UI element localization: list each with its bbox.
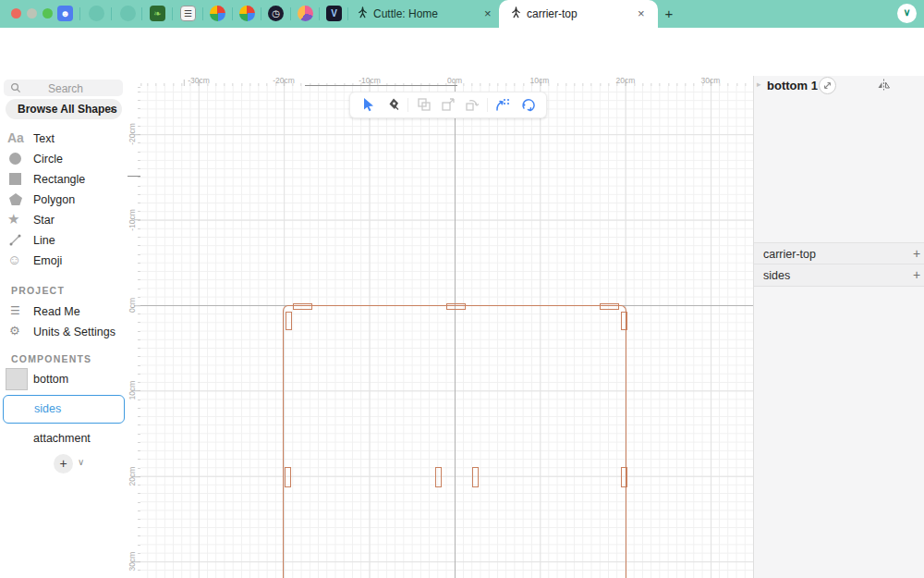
tab-carrier-top[interactable]: carrier-top × xyxy=(499,0,658,28)
tool-label: Star xyxy=(33,214,55,227)
component-thumbnail xyxy=(6,368,28,390)
ruler-label: 30cm xyxy=(701,76,721,85)
tool-label: Polygon xyxy=(33,193,75,206)
sidebar-item-read-me[interactable]: ☰ Read Me xyxy=(0,301,128,322)
drawing-outline[interactable] xyxy=(283,305,626,578)
window-zoom-button[interactable] xyxy=(43,8,53,18)
component-attachment[interactable]: attachment xyxy=(0,430,128,449)
mirror-repeat-tool-icon[interactable] xyxy=(495,97,511,113)
tool-polygon[interactable]: Polygon xyxy=(0,191,128,211)
window-minimize-button[interactable] xyxy=(27,8,37,18)
new-tab-button[interactable]: + xyxy=(660,5,678,23)
tab-divider xyxy=(261,7,261,20)
drawing-slot-mid-left[interactable] xyxy=(285,467,291,487)
drawing-slot-top-right[interactable] xyxy=(600,303,619,310)
browse-all-shapes-button[interactable]: Browse All Shapes › xyxy=(6,99,122,119)
cuttle-favicon xyxy=(357,6,369,18)
drawing-slot-mid-right[interactable] xyxy=(621,467,627,487)
app-window: ☻ ❧ ☰ ◷ V Cuttle: Home × xyxy=(0,0,924,578)
ruler-label: 10cm xyxy=(128,381,137,400)
browse-all-shapes-label: Browse All Shapes xyxy=(18,103,117,116)
pen-tool-icon[interactable] xyxy=(386,97,402,113)
ruler-label: -10cm xyxy=(128,209,137,231)
add-component-button[interactable]: + xyxy=(54,454,73,473)
ruler-label: -20cm xyxy=(128,123,137,145)
tool-emoji[interactable]: ☺ Emoji xyxy=(0,252,128,272)
instance-name[interactable]: bottom 1 xyxy=(767,79,818,92)
pinned-tab-v-icon[interactable]: V xyxy=(326,6,342,21)
rotational-repeat-tool-icon[interactable] xyxy=(521,97,537,113)
project-header: PROJECT xyxy=(11,285,65,296)
tab-search-chevron-button[interactable]: ∨ xyxy=(897,4,917,23)
rotate-copy-tool-icon-disabled xyxy=(465,97,480,113)
add-to-section-icon[interactable]: + xyxy=(913,246,920,261)
component-sides-selected[interactable]: sides xyxy=(3,395,125,424)
tool-rectangle[interactable]: Rectangle xyxy=(0,170,128,191)
tab-divider xyxy=(232,7,233,20)
section-label: carrier-top xyxy=(763,248,816,261)
toolbar-separator xyxy=(487,98,488,112)
drawing-slot-mid-center-right[interactable] xyxy=(472,467,479,487)
tool-line[interactable]: Line xyxy=(0,231,128,252)
sidebar-item-units-settings[interactable]: ⚙ Units & Settings xyxy=(0,322,128,342)
pinned-tab-spark-icon[interactable] xyxy=(298,6,313,21)
instance-header[interactable]: ▸ bottom 1 xyxy=(754,76,924,96)
sidebar-item-label: Read Me xyxy=(33,305,80,318)
chevron-right-icon: › xyxy=(110,102,114,116)
tool-text[interactable]: Aa Text xyxy=(0,129,128,150)
section-sides[interactable]: sides + xyxy=(754,264,924,287)
tab-cuttle-home[interactable]: Cuttle: Home × xyxy=(349,0,497,28)
instance-transform-badge-icon[interactable] xyxy=(819,77,836,94)
search-icon xyxy=(10,82,21,93)
search-input[interactable]: Search xyxy=(4,80,123,96)
tab-divider xyxy=(290,7,291,20)
close-tab-icon[interactable]: × xyxy=(484,6,492,20)
canvas-toolbar xyxy=(349,92,547,118)
boolean-tool-icon-disabled xyxy=(417,97,432,113)
tab-divider xyxy=(202,7,203,20)
ruler-label: 20cm xyxy=(616,76,636,85)
browser-toolbar: ← → ⟳ cuttle.xyz/@keremdiren/carrier-top… xyxy=(0,28,924,55)
ruler-label: 0cm xyxy=(128,298,137,313)
add-component-chevron-icon[interactable]: ∨ xyxy=(78,457,84,467)
drawing-slot-top-left[interactable] xyxy=(293,303,312,310)
design-canvas[interactable] xyxy=(140,86,753,578)
ruler-top: -30cm -20cm -10cm 0cm 10cm 20cm 30cm xyxy=(140,76,753,86)
tab-divider xyxy=(141,7,142,20)
toolbar-separator xyxy=(407,98,408,112)
ruler-label: 20cm xyxy=(128,467,137,486)
gear-icon: ⚙ xyxy=(9,324,20,338)
tool-circle[interactable]: Circle xyxy=(0,150,128,170)
pinned-tab-plant-icon[interactable]: ❧ xyxy=(150,6,165,21)
browser-tab-strip: ☻ ❧ ☰ ◷ V Cuttle: Home × xyxy=(0,0,924,28)
component-bottom[interactable]: bottom xyxy=(0,368,128,390)
tab-divider xyxy=(111,7,112,20)
emoji-tool-icon: ☺ xyxy=(7,252,21,267)
pinned-tab-notebook-icon[interactable]: ☰ xyxy=(180,6,196,21)
drawing-slot-upper-right[interactable] xyxy=(621,312,627,330)
drawing-slot-upper-left[interactable] xyxy=(286,312,292,330)
pinned-tab-pinwheel-icon[interactable] xyxy=(210,6,225,21)
tool-label: Rectangle xyxy=(33,173,85,186)
flip-modifier-icon[interactable] xyxy=(877,78,891,92)
window-close-button[interactable] xyxy=(11,8,21,18)
pinned-tab-pinwheel-icon[interactable] xyxy=(239,6,255,21)
disclosure-triangle-icon[interactable]: ▸ xyxy=(757,80,761,89)
left-sidebar: Search Browse All Shapes › Aa Text Circl… xyxy=(0,76,128,578)
component-label: attachment xyxy=(33,432,91,445)
ruler-corner xyxy=(128,76,140,86)
pinned-tab-clock-icon[interactable]: ◷ xyxy=(268,6,284,21)
tab-divider xyxy=(79,7,80,20)
drawing-slot-top-center[interactable] xyxy=(446,303,466,310)
add-to-section-icon[interactable]: + xyxy=(913,267,920,282)
select-tool-icon[interactable] xyxy=(361,97,377,113)
section-carrier-top[interactable]: carrier-top + xyxy=(754,242,924,264)
pinned-tab-profile-icon[interactable]: ☻ xyxy=(57,6,73,21)
drawing-slot-mid-center-left[interactable] xyxy=(435,467,442,487)
close-tab-icon[interactable]: × xyxy=(638,6,645,20)
right-panel: ▸ bottom 1 carrier-top + sides + xyxy=(753,76,924,578)
tool-star[interactable]: ★ Star xyxy=(0,211,128,231)
pinned-tab-icon[interactable] xyxy=(89,6,104,21)
pinned-tab-icon[interactable] xyxy=(120,6,136,21)
app-menubar: Cuttle.xyz File Edit View Modify Help Sh… xyxy=(0,55,924,77)
